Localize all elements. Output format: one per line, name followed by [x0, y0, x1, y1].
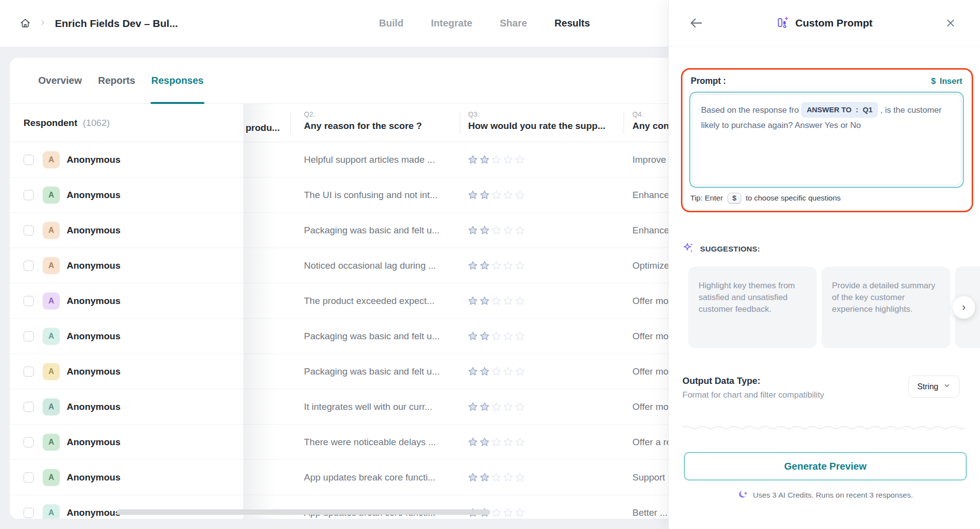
row-checkbox[interactable]: [24, 366, 34, 377]
back-arrow-icon[interactable]: [688, 15, 704, 31]
table-row[interactable]: A Anonymous Packaging was basic and felt…: [10, 213, 669, 248]
respondent-name: Anonymous: [67, 366, 121, 377]
top-nav-item[interactable]: Share: [500, 18, 527, 29]
table-row[interactable]: A Anonymous Noticed occasional lag durin…: [10, 248, 669, 283]
output-data-type-section: Output Data Type: Format for chart and f…: [682, 376, 973, 400]
q2-answer: Noticed occasional lag during ...: [304, 260, 453, 271]
table-rows: A Anonymous Helpful support articles mad…: [10, 142, 669, 519]
q4-answer: Support ...: [632, 472, 669, 483]
top-nav-item[interactable]: Build: [379, 18, 403, 29]
insert-variable-button[interactable]: $ Insert: [931, 76, 962, 86]
generate-preview-button[interactable]: Generate Preview: [684, 452, 967, 480]
respondent-name: Anonymous: [67, 507, 121, 518]
suggestion-card[interactable]: Provide a detailed summary of the key cu…: [822, 267, 950, 348]
column-header-q4: Q4. Any con...: [632, 110, 669, 131]
prompt-highlight-box: Prompt : $ Insert Based on the response …: [681, 68, 973, 212]
avatar: A: [43, 222, 60, 239]
output-type-dropdown[interactable]: String: [908, 376, 959, 398]
table-row[interactable]: A Anonymous App updates break core funct…: [10, 495, 669, 519]
q4-answer: Improve ...: [632, 154, 669, 165]
dollar-keycap: $: [728, 193, 741, 203]
respondent-name: Anonymous: [67, 190, 121, 201]
row-checkbox[interactable]: [24, 225, 34, 235]
table-row[interactable]: A Anonymous Packaging was basic and felt…: [10, 319, 669, 354]
row-checkbox[interactable]: [24, 331, 34, 341]
row-checkbox[interactable]: [24, 296, 34, 306]
table-row[interactable]: A Anonymous App updates break core funct…: [10, 460, 669, 495]
row-checkbox[interactable]: [24, 472, 34, 482]
column-divider: [290, 112, 291, 134]
rating-stars: [467, 189, 526, 201]
avatar: A: [43, 433, 60, 451]
avatar: A: [43, 327, 60, 345]
column-header-q3: Q3. How would you rate the supp...: [468, 110, 615, 131]
clipped-column-header: produ...: [246, 123, 287, 133]
avatar: A: [43, 469, 60, 486]
avatar: A: [43, 186, 60, 203]
q2-answer: App updates break core functi...: [304, 472, 453, 483]
main-header: Enrich Fields Dev – Bul... BuildIntegrat…: [0, 0, 668, 47]
close-icon[interactable]: [945, 17, 956, 29]
avatar: A: [43, 363, 60, 380]
rating-stars: [467, 154, 526, 165]
q2-answer: Packaging was basic and felt u...: [304, 331, 453, 342]
panel-title: Custom Prompt: [795, 17, 873, 29]
q4-answer: Enhance ...: [632, 190, 669, 201]
answer-token-chip[interactable]: ANSWER TO:Q1: [801, 102, 878, 118]
next-suggestions-button[interactable]: ›: [953, 296, 975, 319]
column-divider: [624, 112, 624, 134]
top-nav-item[interactable]: Results: [554, 18, 590, 29]
home-icon[interactable]: [18, 16, 32, 31]
prompt-text-before: Based on the response fro: [701, 105, 799, 115]
q2-answer: There were noticeable delays ...: [304, 437, 453, 448]
sparkle-icon: [682, 242, 695, 256]
table-row[interactable]: A Anonymous The product exceeded expect.…: [10, 283, 669, 319]
q4-answer: Offer more ...: [632, 331, 669, 342]
prompt-label: Prompt :: [691, 76, 726, 86]
row-checkbox[interactable]: [24, 190, 34, 200]
row-checkbox[interactable]: [24, 154, 34, 165]
survey-title: Enrich Fields Dev – Bul...: [55, 18, 178, 29]
rating-stars: [467, 225, 526, 236]
suggestion-cards-row: Highlight key themes from satisfied and …: [688, 267, 980, 348]
row-checkbox[interactable]: [24, 437, 34, 447]
horizontal-scrollbar[interactable]: [117, 509, 490, 515]
respondent-name: Anonymous: [67, 154, 121, 165]
panel-title-wrap: Custom Prompt: [776, 15, 873, 31]
q2-answer: Packaging was basic and felt u...: [304, 366, 453, 377]
suggestion-cards: Highlight key themes from satisfied and …: [688, 267, 980, 348]
respondent-name: Anonymous: [67, 225, 121, 236]
suggestion-card[interactable]: Highlight key themes from satisfied and …: [688, 267, 817, 348]
top-nav-item[interactable]: Integrate: [431, 18, 472, 29]
table-row[interactable]: A Anonymous There were noticeable delays…: [10, 425, 669, 460]
respondent-name: Anonymous: [67, 331, 121, 342]
rating-stars: [467, 472, 526, 483]
tab[interactable]: Responses: [151, 58, 205, 103]
prompt-textarea[interactable]: Based on the response froANSWER TO:Q1, i…: [692, 94, 961, 185]
rating-stars: [467, 330, 526, 342]
table-row[interactable]: A Anonymous Helpful support articles mad…: [10, 142, 669, 177]
q2-answer: The product exceeded expect...: [304, 296, 453, 306]
q4-answer: Offer more ...: [632, 402, 669, 412]
row-checkbox[interactable]: [24, 507, 34, 518]
table-row[interactable]: A Anonymous It integrates well with our …: [10, 389, 669, 425]
panel-body: Prompt : $ Insert Based on the response …: [669, 47, 980, 502]
panel-header: Custom Prompt: [669, 0, 980, 47]
avatar: A: [43, 398, 60, 415]
table-row[interactable]: A Anonymous Packaging was basic and felt…: [10, 354, 669, 389]
column-divider: [460, 112, 460, 134]
top-nav: BuildIntegrateShareResults: [379, 0, 590, 47]
tab[interactable]: Overview: [37, 58, 83, 103]
tab[interactable]: Reports: [97, 58, 136, 103]
column-header-q2: Q2. Any reason for the score ?: [304, 110, 456, 131]
chevron-right-icon: [39, 19, 46, 28]
q4-answer: Offer a re...: [632, 437, 669, 448]
row-checkbox[interactable]: [24, 260, 34, 271]
respondent-name: Anonymous: [67, 402, 121, 412]
custom-prompt-panel: Custom Prompt Prompt : $ Insert Based on…: [668, 0, 980, 529]
q4-answer: Better ...: [632, 507, 669, 518]
q2-answer: Helpful support articles made ...: [304, 154, 453, 165]
table-row[interactable]: A Anonymous The UI is confusing and not …: [10, 177, 669, 213]
row-checkbox[interactable]: [24, 402, 34, 412]
respondent-header: Respondent (1062): [24, 118, 110, 128]
